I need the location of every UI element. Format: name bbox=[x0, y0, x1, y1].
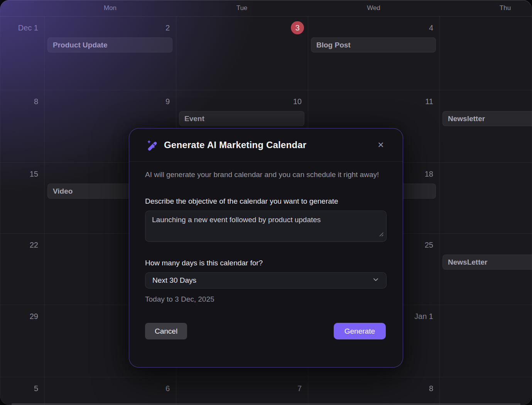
modal-header: Generate AI Marketing Calendar ✕ bbox=[129, 128, 403, 162]
event-event[interactable]: Event bbox=[179, 111, 304, 126]
date-number: 2 bbox=[44, 24, 170, 32]
objective-label: Describe the objective of the calendar y… bbox=[145, 197, 386, 206]
date-number: 6 bbox=[44, 384, 170, 393]
date-number: Dec 1 bbox=[0, 24, 38, 32]
date-number: 5 bbox=[0, 384, 38, 393]
generate-button[interactable]: Generate bbox=[334, 323, 386, 339]
modal-description: AI will generate your brand calendar and… bbox=[145, 169, 381, 180]
modal-title: Generate AI Marketing Calendar bbox=[164, 140, 306, 150]
date-number: 9 bbox=[44, 97, 170, 106]
cancel-button[interactable]: Cancel bbox=[145, 323, 187, 339]
date-number: 10 bbox=[176, 97, 302, 106]
event-product-update[interactable]: Product Update bbox=[47, 37, 172, 52]
weekday-header-row: MonTueWedThu bbox=[0, 0, 532, 16]
day-header-mon: Mon bbox=[44, 0, 176, 16]
date-number: 22 bbox=[0, 241, 38, 250]
objective-input[interactable]: Launching a new event followed by produc… bbox=[145, 211, 387, 242]
event-newsletter[interactable]: Newsletter bbox=[442, 111, 532, 126]
date-number: 29 bbox=[0, 312, 38, 321]
event-blog-post[interactable]: Blog Post bbox=[311, 37, 436, 52]
horizontal-scrollbar[interactable] bbox=[12, 403, 520, 405]
days-select[interactable]: Next 30 Days bbox=[145, 272, 387, 289]
date-number: 8 bbox=[308, 384, 433, 393]
date-number: 15 bbox=[0, 170, 38, 179]
grid-vline bbox=[439, 16, 440, 405]
date-range-hint: Today to 3 Dec, 2025 bbox=[145, 295, 386, 304]
today-badge[interactable]: 3 bbox=[291, 21, 304, 34]
days-select-value: Next 30 Days bbox=[152, 276, 196, 285]
generate-ai-calendar-modal: Generate AI Marketing Calendar ✕ AI will… bbox=[129, 128, 403, 368]
date-number: 11 bbox=[308, 97, 433, 106]
chevron-down-icon bbox=[372, 276, 379, 285]
app-window: MonTueWedThu Dec 1234Product UpdateBlog … bbox=[0, 0, 532, 405]
days-label: How many days is this calendar for? bbox=[145, 259, 386, 267]
grid-hline bbox=[0, 90, 532, 90]
day-header-tue: Tue bbox=[176, 0, 308, 16]
date-number: 7 bbox=[176, 384, 302, 393]
grid-hline bbox=[0, 377, 532, 377]
modal-body: AI will generate your brand calendar and… bbox=[129, 162, 403, 304]
day-header-wed: Wed bbox=[308, 0, 439, 16]
date-number: 4 bbox=[308, 24, 433, 32]
grid-vline bbox=[44, 16, 45, 405]
magic-wand-icon bbox=[145, 139, 157, 151]
close-icon[interactable]: ✕ bbox=[375, 139, 387, 151]
day-header-thu: Thu bbox=[439, 0, 532, 16]
date-number: 8 bbox=[0, 97, 38, 106]
modal-footer: Cancel Generate bbox=[129, 323, 403, 339]
event-newsletter[interactable]: NewsLetter bbox=[442, 255, 532, 270]
grid-hline bbox=[0, 16, 532, 17]
